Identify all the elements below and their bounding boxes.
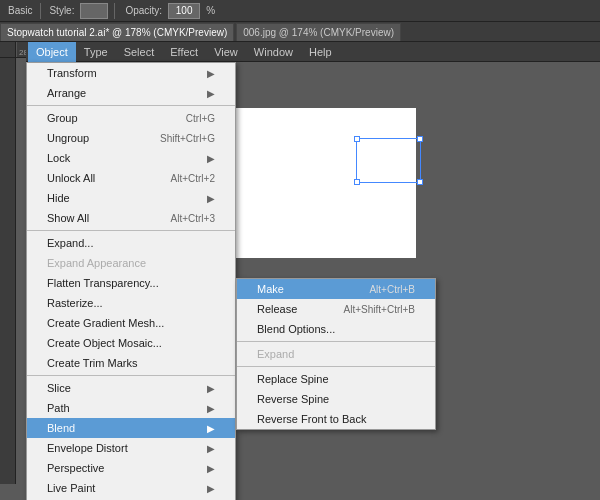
basic-label: Basic [4,5,36,16]
menu-object[interactable]: Object [28,42,76,62]
handle-br[interactable] [417,179,423,185]
menu-slice[interactable]: Slice ▶ [27,378,235,398]
sep1 [27,105,235,106]
tabs-bar: Stopwatch tutorial 2.ai* @ 178% (CMYK/Pr… [0,22,600,42]
envelope-arrow: ▶ [207,443,215,454]
sep3 [27,375,235,376]
app-container: Basic Style: Opacity: % Stopwatch tutori… [0,0,600,500]
selection-box[interactable] [356,138,421,183]
submenu-expand[interactable]: Expand [237,344,435,364]
menu-container: Object Type Select Effect View Window He… [26,42,600,62]
perspective-arrow: ▶ [207,463,215,474]
slice-arrow: ▶ [207,383,215,394]
menu-live-paint[interactable]: Live Paint ▶ [27,478,235,498]
submenu-release[interactable]: Release Alt+Shift+Ctrl+B [237,299,435,319]
menu-transform[interactable]: Transform ▶ [27,63,235,83]
menu-create-object-mosaic[interactable]: Create Object Mosaic... [27,333,235,353]
opacity-section: Opacity: % [121,3,219,19]
menu-perspective[interactable]: Perspective ▶ [27,458,235,478]
handle-tr[interactable] [417,136,423,142]
menu-rasterize[interactable]: Rasterize... [27,293,235,313]
hide-arrow: ▶ [207,193,215,204]
toolbar-left: Basic Style: [4,3,108,19]
submenu-sep1 [237,341,435,342]
handle-bl[interactable] [354,179,360,185]
style-input[interactable] [80,3,108,19]
transform-arrow: ▶ [207,68,215,79]
menu-view[interactable]: View [206,42,246,62]
canvas-wrapper: 288 252 216 180 144 108 72 36 [0,42,600,500]
object-dropdown: Transform ▶ Arrange ▶ Group Ctrl+G Ungro… [26,62,236,500]
menu-type[interactable]: Type [76,42,116,62]
menu-create-gradient-mesh[interactable]: Create Gradient Mesh... [27,313,235,333]
top-toolbar: Basic Style: Opacity: % [0,0,600,22]
submenu-blend-options[interactable]: Blend Options... [237,319,435,339]
style-label: Style: [45,5,78,16]
ruler-left [0,58,16,484]
menu-show-all[interactable]: Show All Alt+Ctrl+3 [27,208,235,228]
tab-006jpg[interactable]: 006.jpg @ 174% (CMYK/Preview) [236,23,401,41]
menu-envelope-distort[interactable]: Envelope Distort ▶ [27,438,235,458]
menu-expand-appearance[interactable]: Expand Appearance [27,253,235,273]
menu-select[interactable]: Select [116,42,163,62]
menu-effect[interactable]: Effect [162,42,206,62]
opacity-label: Opacity: [121,5,166,16]
menu-hide[interactable]: Hide ▶ [27,188,235,208]
menu-unlock-all[interactable]: Unlock All Alt+Ctrl+2 [27,168,235,188]
artboard [216,108,416,258]
sep2 [114,3,115,19]
live-paint-arrow: ▶ [207,483,215,494]
menu-blend[interactable]: Blend ▶ [27,418,235,438]
path-arrow: ▶ [207,403,215,414]
menu-create-trim-marks[interactable]: Create Trim Marks [27,353,235,373]
opacity-input[interactable] [168,3,200,19]
tab-stopwatch[interactable]: Stopwatch tutorial 2.ai* @ 178% (CMYK/Pr… [0,23,234,41]
submenu-reverse-spine[interactable]: Reverse Spine [237,389,435,409]
menu-flatten-transparency[interactable]: Flatten Transparency... [27,273,235,293]
menu-bar: Object Type Select Effect View Window He… [26,42,600,62]
sep1 [40,3,41,19]
submenu-replace-spine[interactable]: Replace Spine [237,369,435,389]
handle-tl[interactable] [354,136,360,142]
menu-help[interactable]: Help [301,42,340,62]
blend-submenu: Make Alt+Ctrl+B Release Alt+Shift+Ctrl+B… [236,278,436,430]
submenu-sep2 [237,366,435,367]
submenu-make[interactable]: Make Alt+Ctrl+B [237,279,435,299]
arrange-arrow: ▶ [207,88,215,99]
menu-arrange[interactable]: Arrange ▶ [27,83,235,103]
submenu-reverse-front-to-back[interactable]: Reverse Front to Back [237,409,435,429]
menu-lock[interactable]: Lock ▶ [27,148,235,168]
blend-arrow: ▶ [207,423,215,434]
sep2 [27,230,235,231]
menu-window[interactable]: Window [246,42,301,62]
main-content: ▲ ↖ ✒ T □ ✏ ↔ ∞ ◈ ■ 🔍 288 252 216 [0,42,600,500]
ruler-corner [0,42,16,58]
percent-label: % [202,5,219,16]
menu-expand[interactable]: Expand... [27,233,235,253]
menu-ungroup[interactable]: Ungroup Shift+Ctrl+G [27,128,235,148]
menu-group[interactable]: Group Ctrl+G [27,108,235,128]
lock-arrow: ▶ [207,153,215,164]
menu-path[interactable]: Path ▶ [27,398,235,418]
